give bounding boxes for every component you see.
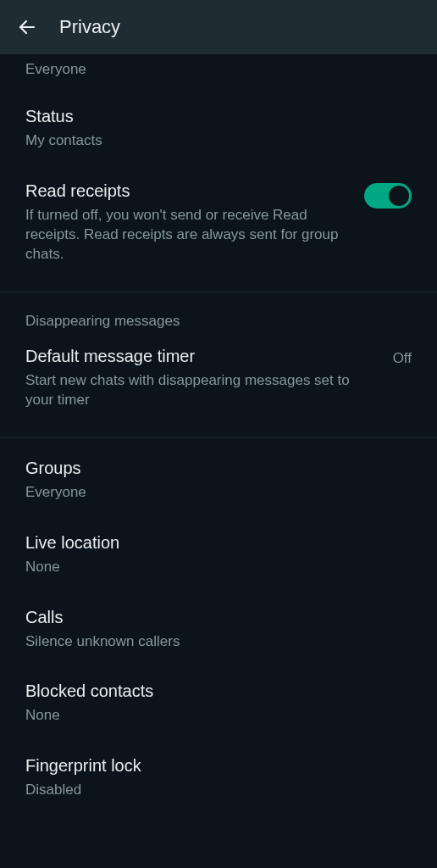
settings-list: Everyone Status My contacts Read receipt… [0,54,437,868]
calls-title: Calls [25,608,412,627]
groups-title: Groups [25,459,412,478]
status-item[interactable]: Status My contacts [0,92,437,166]
fingerprint-title: Fingerprint lock [25,756,412,776]
read-receipts-title: Read receipts [25,181,347,201]
status-title: Status [25,107,412,126]
page-title: Privacy [59,16,120,38]
blocked-contacts-item[interactable]: Blocked contacts None [0,666,437,741]
read-receipts-desc: If turned off, you won't send or receive… [25,206,347,264]
read-receipts-toggle[interactable] [364,183,412,209]
default-timer-item[interactable]: Default message timer Start new chats wi… [0,340,437,426]
default-timer-title: Default message timer [25,347,376,366]
status-value: My contacts [25,131,412,151]
read-receipts-item[interactable]: Read receipts If turned off, you won't s… [0,166,437,280]
calls-item[interactable]: Calls Silence unknown callers [0,593,437,667]
groups-value: Everyone [25,483,412,503]
last-seen-value-row[interactable]: Everyone [0,54,437,92]
blocked-title: Blocked contacts [25,682,412,701]
default-timer-desc: Start new chats with disappearing messag… [25,371,376,410]
calls-value: Silence unknown callers [25,632,412,652]
default-timer-value: Off [393,347,412,367]
groups-item[interactable]: Groups Everyone [0,443,437,518]
live-location-title: Live location [25,533,412,553]
fingerprint-lock-item[interactable]: Fingerprint lock Disabled [0,741,437,815]
live-location-item[interactable]: Live location None [0,518,437,593]
appbar: Privacy [0,0,437,54]
disappearing-header: Disappearing messages [0,292,437,340]
fingerprint-value: Disabled [25,781,412,800]
last-seen-value: Everyone [25,61,412,78]
back-arrow-icon [17,17,37,37]
back-button[interactable] [10,10,44,44]
blocked-value: None [25,706,412,726]
live-location-value: None [25,558,412,577]
